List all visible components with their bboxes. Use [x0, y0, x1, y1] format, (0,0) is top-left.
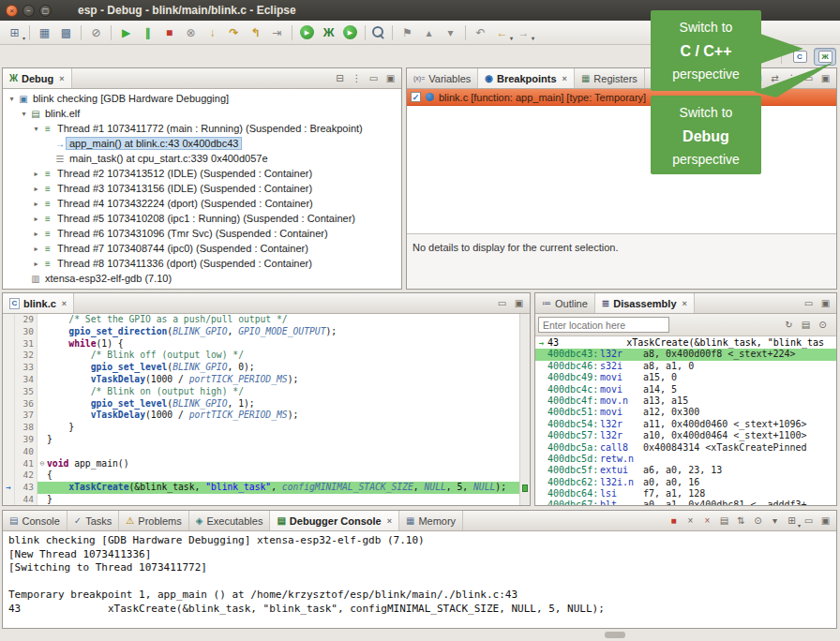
- code-line[interactable]: 32 /* Blink off (output low) */: [3, 350, 519, 362]
- fold-marker-icon[interactable]: ⊖: [38, 458, 47, 470]
- collapse-arrow-icon[interactable]: ▾: [31, 125, 41, 133]
- minimize-icon[interactable]: ▭: [801, 514, 817, 529]
- line-number[interactable]: 32: [15, 350, 38, 362]
- expand-arrow-icon[interactable]: ▸: [31, 200, 41, 208]
- close-tab-icon[interactable]: ×: [682, 299, 687, 308]
- expand-arrow-icon[interactable]: ▸: [31, 260, 41, 268]
- line-number[interactable]: 33: [15, 362, 38, 374]
- annotation-ruler-cell[interactable]: [3, 458, 15, 470]
- debug-tree-row[interactable]: ▾≡Thread #1 1073411772 (main : Running) …: [3, 121, 401, 136]
- debug-tree-row[interactable]: ▸≡Thread #5 1073410208 (ipc1 : Running) …: [3, 211, 401, 226]
- disassembly-instruction-line[interactable]: 400dbc5d:retw.n: [535, 454, 836, 465]
- code-line[interactable]: 40: [3, 446, 519, 458]
- scroll-lock-icon[interactable]: ⇅: [733, 514, 749, 529]
- line-number[interactable]: 36: [15, 398, 38, 410]
- debug-tree-row[interactable]: ▸≡Thread #7 1073408744 (ipc0) (Suspended…: [3, 241, 401, 256]
- debug-tree-row[interactable]: ▸≡Thread #4 1073432224 (dport) (Suspende…: [3, 196, 401, 211]
- disassembly-instruction-line[interactable]: 400dbc51:movia12, 0x300: [535, 407, 836, 418]
- debug-tree-row[interactable]: ▾▣blink checking [GDB Hardware Debugging…: [3, 91, 401, 106]
- code-line[interactable]: 38 }: [3, 422, 519, 434]
- tab-console[interactable]: ▤Console: [3, 511, 68, 530]
- view-menu-icon[interactable]: ⋮: [349, 71, 365, 86]
- code-line[interactable]: 31 while(1) {: [3, 338, 519, 350]
- debug-tree-row[interactable]: ▸≡Thread #6 1073431096 (Tmr Svc) (Suspen…: [3, 226, 401, 241]
- track-expression-icon[interactable]: ⊙: [815, 318, 831, 333]
- line-number[interactable]: 35: [15, 386, 38, 398]
- collapse-arrow-icon[interactable]: ▾: [19, 110, 29, 118]
- back-icon[interactable]: ←▾: [491, 22, 513, 42]
- maximize-icon[interactable]: ▣: [818, 296, 833, 311]
- annotation-ruler-cell[interactable]: [3, 494, 15, 505]
- maximize-icon[interactable]: ▣: [818, 514, 833, 529]
- debug-tree-row[interactable]: ☰main_task() at cpu_start.c:339 0x400d05…: [3, 151, 401, 166]
- overview-ruler[interactable]: [519, 314, 530, 505]
- disassembly-content[interactable]: →43 xTaskCreate(&blink_task, "blink_tas4…: [535, 336, 836, 505]
- tab-breakpoints[interactable]: ◉Breakpoints×: [478, 68, 575, 88]
- instruction-stepping-icon[interactable]: ⇥: [266, 22, 288, 42]
- save-all-icon[interactable]: ▩: [55, 22, 77, 42]
- step-over-icon[interactable]: ↷: [223, 22, 245, 42]
- close-tab-icon[interactable]: ×: [387, 516, 392, 526]
- annotation-ruler-cell[interactable]: [3, 374, 15, 386]
- line-number[interactable]: 34: [15, 374, 38, 386]
- collapse-arrow-icon[interactable]: ▾: [7, 95, 17, 103]
- debug-tree-row[interactable]: →app_main() at blink.c:43 0x400dbc43: [3, 136, 401, 151]
- instruction-pointer-icon[interactable]: →: [3, 482, 15, 494]
- debug-tree-row[interactable]: ▸≡Thread #8 1073411336 (dport) (Suspende…: [3, 256, 401, 271]
- line-number[interactable]: 37: [15, 410, 38, 422]
- annotation-ruler-cell[interactable]: [3, 338, 15, 350]
- annotation-ruler-cell[interactable]: [3, 398, 15, 410]
- forward-icon[interactable]: →▾: [513, 22, 534, 42]
- clear-console-icon[interactable]: ▤: [716, 514, 732, 529]
- remove-all-launches-icon[interactable]: ×: [699, 514, 715, 529]
- disassembly-instruction-line[interactable]: 400dbc4f:mov.na13, a15: [535, 395, 836, 407]
- disassembly-instruction-line[interactable]: 400dbc54:l32ra11, 0x400d0460 <_stext+109…: [535, 419, 836, 430]
- line-number[interactable]: 30: [15, 326, 38, 338]
- code-line[interactable]: 33 gpio_set_level(BLINK_GPIO, 0);: [3, 362, 519, 374]
- next-annotation-icon[interactable]: ▾: [440, 22, 461, 42]
- code-line[interactable]: 35 /* Blink on (output high) */: [3, 386, 519, 398]
- minimize-icon[interactable]: ▭: [366, 71, 382, 86]
- expand-arrow-icon[interactable]: ▸: [31, 230, 41, 238]
- tab-blink-c[interactable]: Cblink.c×: [3, 293, 74, 313]
- code-line[interactable]: →43 xTaskCreate(&blink_task, "blink_task…: [3, 482, 519, 494]
- code-line[interactable]: 29 /* Set the GPIO as a push/pull output…: [3, 314, 519, 326]
- window-close-button[interactable]: ×: [6, 5, 18, 17]
- line-number[interactable]: 44: [15, 494, 38, 505]
- previous-annotation-icon[interactable]: ▴: [418, 22, 440, 42]
- tab-outline[interactable]: ≔Outline: [535, 293, 595, 313]
- minimize-icon[interactable]: ▭: [494, 296, 510, 311]
- window-maximize-button[interactable]: ▢: [39, 5, 52, 17]
- line-number[interactable]: 42: [15, 470, 38, 482]
- remove-launch-icon[interactable]: ×: [682, 514, 698, 529]
- last-edit-location-icon[interactable]: ↶: [470, 22, 491, 42]
- terminate-icon[interactable]: ■: [158, 22, 180, 42]
- refresh-view-icon[interactable]: ↻: [781, 318, 797, 333]
- terminate-icon[interactable]: ■: [666, 514, 682, 529]
- disassembly-instruction-line[interactable]: 400dbc64:lsif7, a1, 128: [535, 488, 836, 499]
- expand-arrow-icon[interactable]: ▸: [31, 185, 41, 193]
- tab-debugger-console[interactable]: ▤Debugger Console×: [270, 511, 399, 530]
- breakpoint-checkbox[interactable]: ✓: [411, 92, 421, 102]
- annotation-ruler-cell[interactable]: [3, 410, 15, 422]
- debug-tree-row[interactable]: ▥xtensa-esp32-elf-gdb (7.10): [3, 271, 401, 286]
- line-number[interactable]: 43: [15, 482, 38, 494]
- annotation-ruler-cell[interactable]: [3, 326, 15, 338]
- step-return-icon[interactable]: ↰: [245, 22, 266, 42]
- run-icon[interactable]: ▶: [300, 25, 314, 39]
- open-console-icon[interactable]: ⊞▾: [784, 514, 800, 529]
- suspend-icon[interactable]: ∥: [137, 22, 158, 42]
- tab-variables[interactable]: (x)=Variables: [407, 68, 478, 88]
- tab-executables[interactable]: ◈Executables: [189, 511, 271, 530]
- line-number[interactable]: 41: [15, 458, 38, 470]
- new-wizard-icon[interactable]: ⊞▾: [4, 22, 25, 42]
- skip-all-breakpoints-icon[interactable]: ⊘: [85, 22, 107, 42]
- new-wizard-icon-menu[interactable]: ▾: [22, 35, 25, 41]
- external-tools-icon[interactable]: ▶: [343, 25, 357, 39]
- horizontal-scrollbar[interactable]: [605, 632, 625, 638]
- console-output[interactable]: blink checking [GDB Hardware Debugging] …: [3, 531, 836, 628]
- annotation-ruler-cell[interactable]: [3, 470, 15, 482]
- show-source-icon[interactable]: ▤: [798, 318, 814, 333]
- forward-icon-menu[interactable]: ▾: [532, 35, 534, 41]
- close-tab-icon[interactable]: ×: [562, 74, 567, 83]
